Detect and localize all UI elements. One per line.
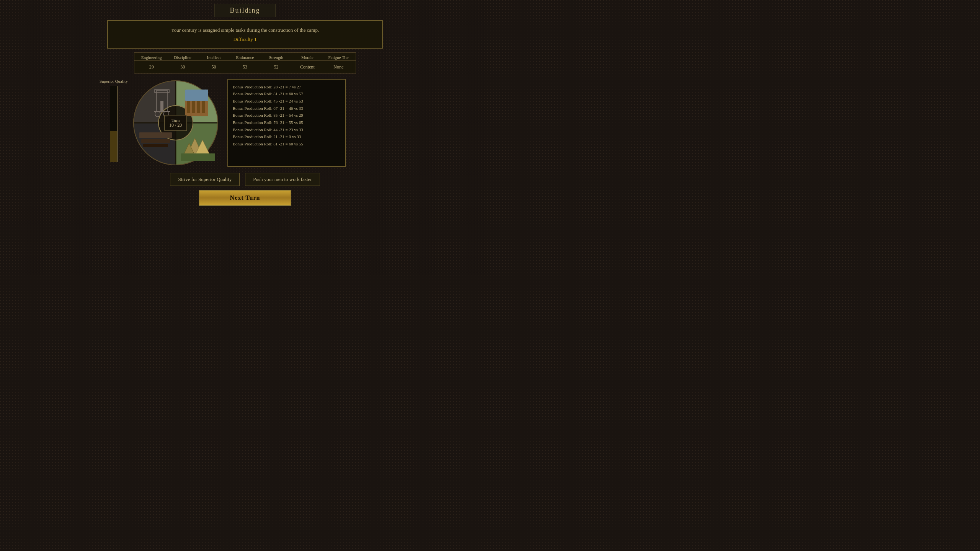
svg-rect-23 xyxy=(181,153,215,161)
log-line: Bonus Production Roll: 67 -21 = 46 vs 33 xyxy=(233,105,341,112)
stats-bar: EngineeringDisciplineIntellectEnduranceS… xyxy=(134,52,356,73)
stat-col-fatigue tier: Fatigue Tier xyxy=(327,55,350,60)
stat-col-morale: Morale xyxy=(296,55,319,60)
stat-value-col-strength: 52 xyxy=(265,63,287,72)
production-log: Bonus Production Roll: 28 -21 = 7 vs 27B… xyxy=(227,79,346,167)
svg-text:🔨: 🔨 xyxy=(172,118,180,127)
stat-value-col-fatigue tier: None xyxy=(327,63,350,72)
stat-label: Fatigue Tier xyxy=(328,55,348,60)
stat-value: Content xyxy=(300,63,315,72)
stat-label: Intellect xyxy=(207,55,221,60)
stat-value-col-morale: Content xyxy=(296,63,319,72)
stat-value: 30 xyxy=(180,63,185,72)
action-buttons: Strive for Superior Quality Push your me… xyxy=(170,173,320,186)
log-line: Bonus Production Roll: 76 -21 = 55 vs 65 xyxy=(233,119,341,126)
stat-value: 29 xyxy=(149,63,154,72)
stat-value-col-discipline: 30 xyxy=(171,63,194,72)
stat-value-col-endurance: 53 xyxy=(234,63,256,72)
description-box: Your century is assigned simple tasks du… xyxy=(107,20,383,49)
stat-col-endurance: Endurance xyxy=(234,55,256,60)
stat-label: Strength xyxy=(269,55,283,60)
quality-bar-fill xyxy=(110,131,117,161)
log-line: Bonus Production Roll: 81 -21 = 60 vs 57 xyxy=(233,90,341,98)
content-area: Superior Quality xyxy=(100,79,390,167)
quality-bar-container xyxy=(110,86,118,162)
push-men-button[interactable]: Push your men to work faster xyxy=(245,173,320,186)
stat-value: 50 xyxy=(212,63,216,72)
strive-quality-button[interactable]: Strive for Superior Quality xyxy=(170,173,240,186)
stat-value: 53 xyxy=(243,63,247,72)
log-line: Bonus Production Roll: 28 -21 = 7 vs 27 xyxy=(233,83,341,91)
next-turn-button[interactable]: Next Turn xyxy=(199,190,292,206)
stat-label: Endurance xyxy=(236,55,254,60)
quality-section: Superior Quality xyxy=(100,79,128,162)
log-line: Bonus Production Roll: 21 -21 = 0 vs 33 xyxy=(233,133,341,140)
stat-col-engineering: Engineering xyxy=(140,55,163,60)
svg-rect-19 xyxy=(143,144,168,147)
difficulty-label: Difficulty xyxy=(234,36,253,42)
wheel-section: 🔨 Turn 10 / 20 xyxy=(132,79,220,167)
stat-label: Morale xyxy=(301,55,314,60)
main-container: Building Your century is assigned simple… xyxy=(0,0,490,276)
title-box: Building xyxy=(214,4,276,17)
log-line: Bonus Production Roll: 45 -21 = 24 vs 53 xyxy=(233,98,341,105)
stat-value-col-engineering: 29 xyxy=(140,63,163,72)
page-title: Building xyxy=(230,7,260,14)
stat-col-intellect: Intellect xyxy=(203,55,225,60)
svg-rect-7 xyxy=(160,101,163,112)
stat-label: Engineering xyxy=(141,55,162,60)
stat-col-strength: Strength xyxy=(265,55,287,60)
log-line: Bonus Production Roll: 81 -21 = 60 vs 55 xyxy=(233,140,341,148)
svg-rect-16 xyxy=(185,90,208,101)
log-line: Bonus Production Roll: 44 -21 = 23 vs 33 xyxy=(233,126,341,134)
stat-value: 52 xyxy=(274,63,278,72)
stats-header: EngineeringDisciplineIntellectEnduranceS… xyxy=(134,53,356,61)
stat-col-discipline: Discipline xyxy=(171,55,194,60)
svg-rect-18 xyxy=(141,139,170,143)
difficulty-value: 1 xyxy=(254,36,257,42)
svg-rect-17 xyxy=(139,132,172,138)
stat-value: None xyxy=(333,63,343,72)
quality-label: Superior Quality xyxy=(100,79,128,83)
wheel-svg: 🔨 xyxy=(132,79,220,167)
stat-label: Discipline xyxy=(174,55,191,60)
stats-values-row: 2930505352ContentNone xyxy=(134,61,356,73)
left-section: Superior Quality xyxy=(100,79,220,167)
description-text: Your century is assigned simple tasks du… xyxy=(116,26,374,34)
log-line: Bonus Production Roll: 85 -21 = 64 vs 29 xyxy=(233,112,341,119)
difficulty-text: Difficulty 1 xyxy=(116,36,374,42)
stat-value-col-intellect: 50 xyxy=(203,63,225,72)
